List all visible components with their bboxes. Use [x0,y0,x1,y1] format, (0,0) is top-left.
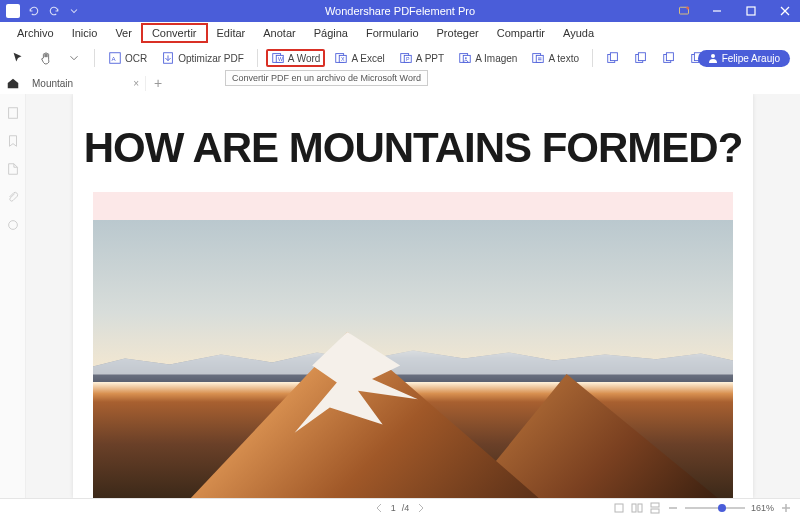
zoom-level: 161% [751,503,774,513]
status-bar: 1 /4 161% [0,498,800,516]
title-bar: Wondershare PDFelement Pro [0,0,800,22]
to-word-button[interactable]: WA Word [266,49,326,67]
to-excel-label: A Excel [351,53,384,64]
user-name: Felipe Araujo [722,53,780,64]
maximize-button[interactable] [736,0,766,22]
document-heading: HOW ARE MOUNTAINS FORMED? [73,94,753,192]
svg-rect-36 [615,504,623,512]
add-tab-button[interactable]: + [146,75,170,91]
svg-rect-40 [651,509,659,513]
user-icon [708,53,718,63]
app-title: Wondershare PDFelement Pro [325,5,475,17]
select-tool[interactable] [6,49,30,67]
next-page-icon[interactable] [415,502,427,514]
svg-point-20 [465,57,467,59]
pdf-page: HOW ARE MOUNTAINS FORMED? [73,94,753,498]
to-image-button[interactable]: A Imagen [453,49,522,67]
to-word-label: A Word [288,53,321,64]
svg-point-35 [8,221,17,230]
chevron-down-icon[interactable] [62,49,86,67]
svg-rect-34 [8,108,17,119]
decorative-band [93,192,733,220]
prev-page-icon[interactable] [373,502,385,514]
zoom-handle[interactable] [718,504,726,512]
outline-icon[interactable] [6,162,20,176]
comments-icon[interactable] [6,218,20,232]
app-logo [6,4,20,18]
svg-text:P: P [406,56,410,62]
menu-compartir[interactable]: Compartir [488,25,554,41]
to-image-label: A Imagen [475,53,517,64]
to-text-button[interactable]: A texto [526,49,584,67]
optimize-label: Optimizar PDF [178,53,244,64]
attachments-icon[interactable] [6,190,20,204]
to-ppt-label: A PPT [416,53,444,64]
svg-point-1 [686,7,689,10]
thumbnails-icon[interactable] [6,106,20,120]
separator [592,49,593,67]
to-text-label: A texto [548,53,579,64]
minimize-button[interactable] [702,0,732,22]
to-excel-button[interactable]: XA Excel [329,49,389,67]
tab-mountain[interactable]: Mountain × [26,76,146,91]
notification-icon[interactable] [678,5,690,17]
mountain-photo [93,220,733,498]
user-profile-button[interactable]: Felipe Araujo [698,50,790,67]
menu-bar: Archivo Inicio Ver Convertir Editar Anot… [0,22,800,44]
home-icon[interactable] [6,76,20,90]
bookmarks-icon[interactable] [6,134,20,148]
svg-rect-30 [666,53,673,61]
svg-text:W: W [278,56,283,62]
menu-inicio[interactable]: Inicio [63,25,107,41]
zoom-in-icon[interactable] [780,502,792,514]
tooltip: Convertir PDF en un archivo de Microsoft… [225,70,428,86]
menu-pagina[interactable]: Página [305,25,357,41]
close-tab-icon[interactable]: × [133,78,139,89]
svg-rect-3 [747,7,755,15]
optimize-button[interactable]: Optimizar PDF [156,49,249,67]
menu-convertir[interactable]: Convertir [141,23,208,43]
chevron-down-icon[interactable] [68,5,80,17]
menu-editar[interactable]: Editar [208,25,255,41]
menu-proteger[interactable]: Proteger [428,25,488,41]
side-toolbar [0,94,26,498]
svg-rect-37 [632,504,636,512]
ocr-label: OCR [125,53,147,64]
toolbar: AOCR Optimizar PDF WA Word XA Excel PA P… [0,44,800,72]
undo-icon[interactable] [28,5,40,17]
svg-rect-39 [651,503,659,507]
svg-text:A: A [112,55,117,62]
batch-1-icon[interactable] [601,49,625,67]
tab-label: Mountain [32,78,73,89]
menu-archivo[interactable]: Archivo [8,25,63,41]
separator [257,49,258,67]
batch-3-icon[interactable] [657,49,681,67]
hand-tool[interactable] [34,49,58,67]
view-mode-3-icon[interactable] [649,502,661,514]
svg-point-33 [711,54,715,58]
view-mode-2-icon[interactable] [631,502,643,514]
to-ppt-button[interactable]: PA PPT [394,49,449,67]
svg-rect-38 [638,504,642,512]
zoom-slider[interactable] [685,507,745,509]
ocr-button[interactable]: AOCR [103,49,152,67]
menu-ver[interactable]: Ver [106,25,141,41]
zoom-out-icon[interactable] [667,502,679,514]
menu-formulario[interactable]: Formulario [357,25,428,41]
menu-ayuda[interactable]: Ayuda [554,25,603,41]
document-canvas[interactable]: HOW ARE MOUNTAINS FORMED? [26,94,800,498]
redo-icon[interactable] [48,5,60,17]
svg-rect-22 [537,55,544,62]
svg-text:X: X [341,56,345,62]
svg-rect-26 [610,53,617,61]
page-total: /4 [402,503,410,513]
separator [94,49,95,67]
view-mode-1-icon[interactable] [613,502,625,514]
menu-anotar[interactable]: Anotar [254,25,304,41]
page-current: 1 [391,503,396,513]
batch-2-icon[interactable] [629,49,653,67]
svg-rect-28 [638,53,645,61]
close-button[interactable] [770,0,800,22]
